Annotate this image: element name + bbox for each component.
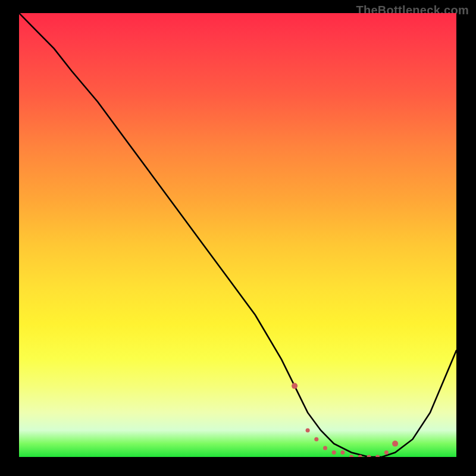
bottom-dots	[292, 383, 398, 457]
marker-dot	[332, 450, 336, 455]
marker-dot	[323, 446, 327, 450]
chart-container: TheBottleneck.com	[0, 0, 476, 476]
marker-dot	[349, 455, 353, 458]
marker-dot	[306, 428, 310, 433]
gradient-plot-area	[19, 13, 456, 457]
marker-dot	[340, 450, 345, 455]
marker-dot	[367, 455, 371, 458]
bottleneck-curve-svg	[19, 13, 456, 457]
marker-dot	[358, 455, 362, 458]
marker-dot	[375, 455, 380, 458]
marker-dot	[292, 383, 298, 389]
marker-dot	[314, 437, 318, 441]
marker-dot	[384, 450, 389, 455]
marker-dot	[392, 441, 398, 447]
bottleneck-curve	[19, 13, 456, 457]
